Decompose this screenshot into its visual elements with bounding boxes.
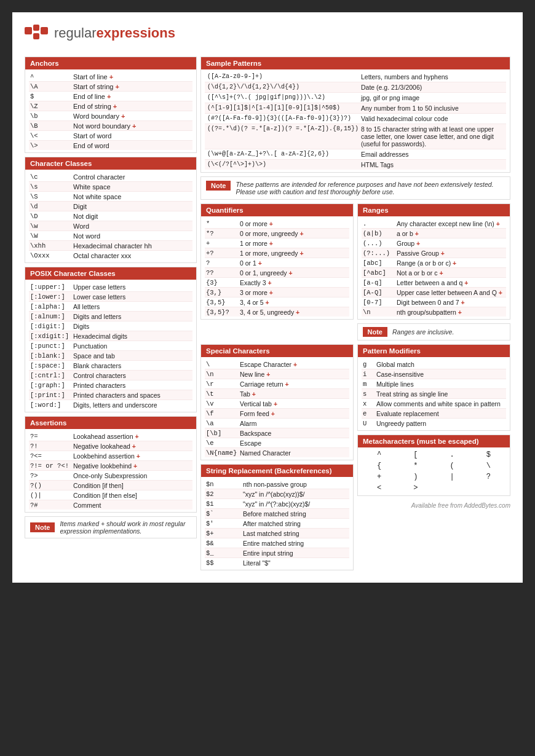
table-row: mMultiple lines: [362, 379, 506, 389]
row-key: \<: [30, 132, 73, 140]
table-row: \>End of word: [29, 141, 192, 150]
row-val: Before matched string: [243, 510, 348, 518]
row-key: \e: [206, 439, 240, 447]
svg-rect-3: [41, 27, 48, 34]
table-row: {3}Exactly 3 +: [205, 278, 349, 288]
row-key: [:space:]: [30, 362, 73, 369]
row-key: s: [363, 390, 376, 398]
special-chars-body: \Escape Character +\nNew line +\rCarriag…: [201, 357, 353, 460]
table-row: [:alpha:]All letters: [29, 302, 192, 312]
row-key: {3,5}: [206, 299, 240, 306]
row-key: U: [363, 420, 376, 427]
table-row: \AStart of string +: [29, 82, 192, 92]
meta-char: +: [362, 472, 397, 482]
row-val: Tab +: [240, 390, 348, 398]
meta-char: .: [435, 450, 470, 460]
row-val: Date (e.g. 21/3/2006): [361, 84, 504, 91]
table-row: {3,5}?3, 4 or 5, ungreedy +: [205, 307, 349, 317]
row-key: $: [30, 93, 73, 100]
row-val: Email addresses: [361, 151, 504, 158]
row-key: \n: [206, 371, 240, 378]
row-key: (\w+@[a-zA-Z_]+?\.[ a-zA-Z]{2,6}): [207, 151, 361, 158]
row-val: Alarm: [240, 420, 348, 427]
table-row: ?=Lookahead assertion +: [29, 431, 192, 441]
row-val: All letters: [73, 303, 191, 310]
row-key: ^: [30, 73, 73, 81]
row-key: [:lower:]: [30, 293, 73, 301]
row-val: Octal character xxx: [73, 252, 191, 259]
row-key: m: [363, 380, 376, 388]
string-replacement-header: String Replacement (Backreferences): [201, 465, 353, 477]
row-key: [:digit:]: [30, 323, 73, 330]
table-row: \xhhHexadecimal character hh: [29, 241, 192, 251]
table-row: \<Start of word: [29, 131, 192, 141]
table-row: [:word:]Digits, letters and underscore: [29, 400, 192, 409]
row-val: Form feed +: [240, 410, 348, 417]
row-val: Range (a or b or c) +: [397, 259, 505, 267]
row-val: Not word boundary +: [73, 122, 191, 130]
table-row: ^Start of line +: [29, 72, 192, 82]
row-key: [:upper:]: [30, 283, 73, 291]
row-val: Case-insensitive: [376, 371, 505, 378]
row-key: $+: [206, 530, 243, 537]
table-row: [:punct:]Punctuation: [29, 341, 192, 351]
row-key: \A: [30, 83, 73, 90]
row-key: $_: [206, 549, 243, 557]
row-val: Entire input string: [243, 549, 348, 557]
row-key: \Oxxx: [30, 252, 73, 259]
row-val: nth non-passive group: [243, 481, 348, 488]
table-row: \tTab +: [205, 389, 349, 399]
row-val: "xyz" in /^(abc(xyz))$/: [243, 490, 348, 498]
row-val: After matched string: [243, 520, 348, 527]
table-row: [:graph:]Printed characters: [29, 380, 192, 390]
row-key: ?!: [30, 443, 73, 450]
row-val: Digits: [73, 323, 191, 330]
row-val: 1 or more, ungreedy +: [240, 250, 348, 257]
sample-note-box: Note These patterns are intended for ref…: [200, 176, 510, 200]
ranges-note-box: Note Ranges are inclusive.: [357, 323, 510, 341]
table-row: ?#Comment: [29, 500, 192, 510]
row-key: ??: [206, 269, 240, 277]
row-val: Lower case letters: [73, 293, 191, 301]
pattern-modifiers-section: Pattern Modifiers gGlobal matchiCase-ins…: [357, 344, 510, 431]
posix-section: POSIX Character Classes [:upper:]Upper c…: [25, 267, 197, 412]
row-val: 3, 4 or 5 +: [240, 299, 348, 306]
row-key: \v: [206, 400, 240, 408]
string-replacement-section: String Replacement (Backreferences) $nnt…: [200, 464, 354, 570]
row-val: Vertical tab +: [240, 400, 348, 408]
pattern-modifiers-body: gGlobal matchiCase-insensitivemMultiple …: [358, 357, 510, 430]
row-key: ([^\s]+(?\.( jpg|gif|png)))\.\2): [207, 94, 361, 101]
row-key: \xhh: [30, 242, 73, 250]
table-row: (?:...)Passive Group +: [362, 248, 506, 258]
anchors-body: ^Start of line +\AStart of string +$End …: [25, 69, 196, 152]
table-row: $nnth non-passive group: [205, 479, 349, 489]
table-row: (\w+@[a-zA-Z_]+?\.[ a-zA-Z]{2,6})Email a…: [205, 149, 506, 160]
row-key: $n: [206, 481, 243, 488]
row-val: Upper case letters: [73, 283, 191, 291]
table-row: [\b]Backspace: [205, 428, 349, 438]
row-val: Ungreedy pattern: [376, 420, 505, 427]
table-row: \DNot digit: [29, 211, 192, 221]
table-row: +1 or more +: [205, 238, 349, 248]
logo-text: regularexpressions: [54, 25, 175, 41]
row-val: Named Character: [240, 449, 348, 457]
row-val: 1 or more +: [240, 240, 348, 247]
table-row: \rCarriage return +: [205, 379, 349, 389]
table-row: \N{name}Named Character: [205, 448, 349, 457]
row-key: \Z: [30, 103, 73, 110]
table-row: [:lower:]Lower case letters: [29, 292, 192, 302]
row-key: \N{name}: [206, 449, 240, 457]
special-chars-header: Special Characters: [201, 345, 353, 357]
anchors-header: Anchors: [25, 57, 196, 69]
table-row: $&Entire matched string: [205, 538, 349, 548]
row-val: Start of string +: [73, 83, 191, 90]
row-val: Hexadecimal digits: [73, 333, 191, 340]
row-key: ?(): [30, 482, 73, 489]
ranges-note-label: Note: [363, 327, 387, 337]
row-val: Upper case letter between A and Q +: [397, 289, 505, 296]
table-row: ((?=.*\d)(? =.*[a-z])(? =.*[A-Z]).{8,15}…: [205, 124, 506, 149]
row-val: Blank characters: [73, 362, 191, 369]
pattern-modifiers-header: Pattern Modifiers: [358, 345, 510, 357]
row-val: Escape: [240, 439, 348, 447]
row-key: {3}: [206, 279, 240, 286]
